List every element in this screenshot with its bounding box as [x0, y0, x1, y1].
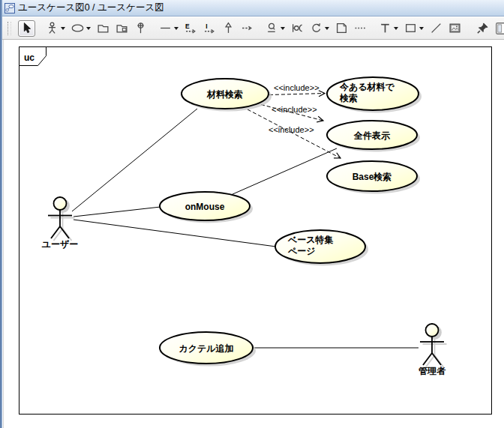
include-stereotype-label: <<include>> — [268, 125, 314, 134]
pushpin-icon — [476, 22, 489, 34]
usecase-onmouse[interactable]: onMouse — [160, 192, 253, 223]
toolbar: EI — [0, 17, 504, 40]
usecase-label: onMouse — [185, 202, 225, 212]
usecase-label: Base検索 — [352, 172, 392, 182]
usecase-label-line2: ページ — [287, 246, 316, 256]
text-icon — [379, 22, 392, 34]
rectangle-dropdown-arrow[interactable] — [419, 27, 424, 30]
package-icon — [97, 22, 110, 34]
lollipop-interface-tool[interactable] — [264, 20, 286, 37]
association-dropdown-arrow[interactable] — [174, 27, 178, 30]
actor-dropdown-arrow[interactable] — [61, 27, 65, 30]
diagram-title: ユースケース図0 / ユースケース図 — [18, 1, 164, 14]
actor-admin[interactable]: 管理者 — [418, 324, 447, 376]
text-dropdown-arrow[interactable] — [394, 27, 398, 30]
generalization-tool[interactable] — [220, 20, 236, 37]
svg-text:I: I — [206, 22, 207, 30]
select-icon — [20, 22, 33, 34]
use-case-icon — [71, 22, 84, 34]
select-tool[interactable] — [18, 20, 35, 37]
usecase-diagram-icon — [4, 3, 15, 13]
association-onmouse-show-all[interactable] — [231, 148, 337, 195]
association-user-base-feature-page[interactable] — [74, 220, 276, 247]
note-anchor-icon — [354, 22, 367, 34]
usecase-label: 材料検索 — [206, 89, 243, 100]
actor-icon — [46, 22, 58, 34]
actor-label: 管理者 — [418, 366, 446, 376]
package-tool[interactable] — [95, 20, 111, 37]
note-icon — [335, 22, 348, 34]
use-case-dropdown-arrow[interactable] — [86, 27, 91, 30]
include-tool[interactable]: I — [202, 20, 218, 37]
actor-user[interactable]: ユーザー — [42, 197, 79, 250]
usecase-base-feature-page[interactable]: ベース特集 ページ — [275, 230, 368, 266]
diagram-canvas[interactable]: uc <<include>> <<include>> <<include>> 材… — [0, 40, 504, 428]
include-material-search-to-available-search[interactable] — [269, 94, 325, 95]
pin-icon — [134, 22, 147, 34]
usecase-search-with-available-materials[interactable]: 今ある材料で 検索 — [327, 77, 422, 113]
circular-arrow-dropdown-arrow[interactable] — [325, 27, 329, 30]
usecase-label-line2: 検索 — [339, 93, 358, 103]
circular-arrow-tool[interactable] — [308, 20, 331, 37]
rectangle-icon — [404, 22, 417, 34]
circular-arrow-icon — [310, 22, 322, 34]
extend-tool[interactable]: E — [183, 20, 199, 37]
actor-tool[interactable] — [44, 20, 67, 37]
side-panel-icon — [495, 22, 504, 35]
usecase-label: 全件表示 — [353, 130, 391, 141]
subsystem-tool[interactable] — [114, 20, 130, 37]
usecase-label-line1: 今ある材料で — [339, 82, 395, 92]
ball-and-socket-icon — [291, 22, 304, 34]
use-case-tool[interactable] — [70, 20, 92, 37]
extend-icon: E — [184, 22, 197, 34]
text-tool[interactable] — [377, 20, 400, 37]
diagonal-line-icon — [430, 22, 442, 34]
include-icon: I — [203, 22, 216, 34]
app-window: ユースケース図0 / ユースケース図 EI uc — [0, 0, 504, 428]
toolbar-grip[interactable] — [8, 22, 11, 35]
association-tool[interactable] — [158, 20, 180, 37]
rectangle-tool[interactable] — [403, 20, 425, 37]
note-tool[interactable] — [334, 20, 350, 37]
usecase-diagram: uc <<include>> <<include>> <<include>> 材… — [0, 40, 504, 428]
canvas-left-edge — [3, 40, 4, 428]
frame-label: uc — [24, 52, 34, 63]
usecase-material-search[interactable]: 材料検索 — [182, 79, 272, 112]
subsystem-icon — [116, 22, 128, 34]
dependency-icon — [241, 22, 254, 34]
usecase-show-all[interactable]: 全件表示 — [327, 121, 420, 152]
include-stereotype-label: <<include>> — [274, 83, 320, 92]
image-icon — [448, 22, 461, 34]
usecase-base-search[interactable]: Base検索 — [327, 161, 420, 194]
pushpin-tool[interactable] — [475, 20, 490, 37]
association-icon — [159, 22, 172, 34]
window-left-border — [0, 0, 2, 428]
image-tool[interactable] — [447, 20, 463, 37]
usecase-add-cocktail[interactable]: カクテル追加 — [160, 332, 256, 367]
usecase-label-line1: ベース特集 — [287, 235, 334, 245]
side-panel-tool[interactable] — [494, 20, 504, 37]
lollipop-interface-dropdown-arrow[interactable] — [280, 27, 285, 30]
pin-tool[interactable] — [133, 20, 148, 37]
diagonal-line-tool[interactable] — [428, 20, 444, 37]
actor-label: ユーザー — [42, 239, 79, 250]
note-anchor-tool[interactable] — [352, 20, 368, 37]
toolbar-tools: EI — [16, 17, 504, 39]
association-user-onmouse[interactable] — [74, 207, 160, 217]
svg-text:E: E — [185, 22, 190, 30]
ball-and-socket-tool[interactable] — [290, 20, 305, 37]
lollipop-interface-icon — [266, 22, 278, 34]
diagram-titlebar: ユースケース図0 / ユースケース図 — [0, 0, 504, 16]
usecase-label: カクテル追加 — [178, 343, 233, 354]
dependency-tool[interactable] — [239, 20, 255, 37]
include-stereotype-label: <<include>> — [272, 105, 317, 114]
generalization-icon — [222, 22, 235, 34]
